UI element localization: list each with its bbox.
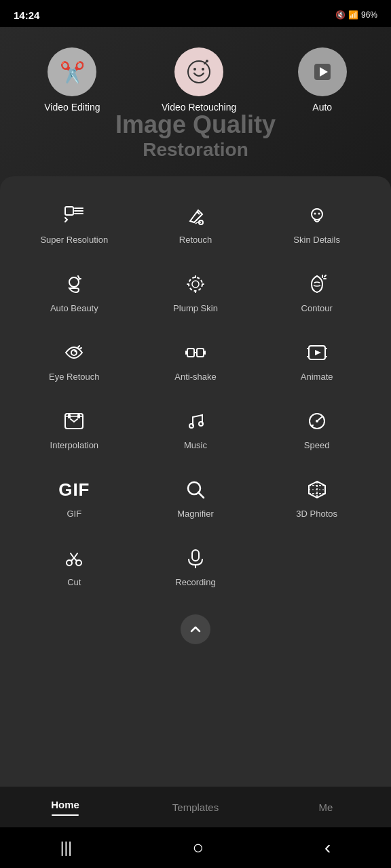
tools-grid: Super Resolution Retouch [0,183,391,608]
plump-skin-icon [185,272,206,296]
tool-speed[interactable]: Speed [256,395,377,464]
auto-play-icon [298,47,347,96]
tab-auto[interactable]: Auto [298,47,347,113]
svg-point-22 [189,424,193,428]
tool-auto-beauty[interactable]: Auto Beauty [14,258,135,327]
face-icon [174,47,223,96]
bottom-nav: Home Templates Me [0,787,391,827]
svg-point-0 [188,61,210,83]
tool-recording-label: Recording [175,577,215,587]
tool-eye-retouch[interactable]: Eye Retouch [14,327,135,395]
svg-point-1 [193,68,196,71]
tab-video-retouching-label: Video Retouching [162,102,236,113]
svg-rect-20 [68,414,71,418]
tool-super-resolution[interactable]: Super Resolution [14,190,135,258]
nav-home[interactable]: Home [0,799,130,816]
tool-cut[interactable]: Cut [14,532,135,601]
sys-home-button[interactable]: ○ [192,837,204,859]
tool-music[interactable]: Music [135,395,257,464]
collapse-button-container [0,608,391,658]
status-bar: 14:24 🔇 📶 96% [0,0,391,27]
svg-point-9 [314,213,316,215]
mute-icon: 🔇 [335,10,346,20]
tool-magnifier[interactable]: Magnifier [135,464,257,532]
recording-icon [185,546,206,570]
tool-recording[interactable]: Recording [135,532,257,601]
music-icon [185,409,206,433]
gif-icon: GIF [58,477,90,502]
anti-shake-icon [185,340,206,365]
tool-animate[interactable]: Animate [256,327,377,395]
tool-auto-beauty-label: Auto Beauty [50,303,98,313]
top-tabs: ✂️ Video Editing Video Retouching Auto [0,41,391,119]
tool-skin-details-label: Skin Details [293,235,340,245]
bg-line2: Restoration [115,139,276,161]
super-resolution-icon [63,203,85,228]
tool-music-label: Music [184,440,207,450]
scissors-icon: ✂️ [48,47,96,96]
tool-skin-details[interactable]: Skin Details [256,190,377,258]
svg-point-10 [318,213,320,215]
tool-interpolation[interactable]: Interpolation [14,395,135,464]
tool-eye-retouch-label: Eye Retouch [49,372,99,382]
tab-video-editing[interactable]: ✂️ Video Editing [44,47,100,113]
animate-icon [306,340,328,365]
svg-point-3 [206,60,208,62]
speed-icon [306,409,328,433]
tool-retouch[interactable]: Retouch [135,190,257,258]
interpolation-icon [63,409,85,433]
svg-point-23 [199,422,203,426]
svg-rect-17 [197,349,204,357]
sys-back-button[interactable]: ‹ [324,837,331,859]
bottom-panel: Super Resolution Retouch [0,176,391,800]
tool-3d-photos-label: 3D Photos [296,509,337,519]
sys-nav: ||| ○ ‹ [0,827,391,868]
tool-cut-label: Cut [67,577,81,587]
tool-plump-skin-label: Plump Skin [173,303,218,313]
tool-speed-label: Speed [304,440,330,450]
tool-animate-label: Animate [301,372,333,382]
tool-gif-label: GIF [67,509,81,519]
tab-auto-label: Auto [312,102,332,113]
tool-contour-label: Contour [301,303,333,313]
nav-me-label: Me [319,802,333,813]
tool-anti-shake[interactable]: Anti-shake [135,327,257,395]
tool-gif[interactable]: GIF GIF [14,464,135,532]
tool-plump-skin[interactable]: Plump Skin [135,258,257,327]
svg-point-15 [75,351,77,353]
svg-point-12 [189,277,202,291]
svg-point-11 [69,277,79,287]
nav-home-label: Home [51,799,79,810]
magnifier-icon [185,477,206,502]
tab-video-editing-label: Video Editing [44,102,100,113]
tool-3d-photos[interactable]: 3D Photos [256,464,377,532]
skin-details-icon [306,203,328,228]
retouch-icon [185,203,206,228]
status-icons: 🔇 📶 96% [335,10,377,20]
tool-interpolation-label: Interpolation [50,440,99,450]
nav-templates[interactable]: Templates [130,802,261,813]
tool-anti-shake-label: Anti-shake [174,372,216,382]
svg-point-2 [202,68,204,71]
nav-me[interactable]: Me [261,802,391,813]
collapse-button[interactable] [181,614,210,644]
tool-retouch-label: Retouch [179,235,212,245]
svg-rect-21 [77,414,80,418]
svg-rect-16 [187,349,194,357]
battery-text: 96% [361,10,377,20]
svg-point-25 [316,420,318,422]
nav-home-underline [52,814,79,816]
3d-photos-icon [306,477,328,502]
tab-video-retouching[interactable]: Video Retouching [162,47,236,113]
svg-rect-6 [65,207,73,215]
sys-menu-button[interactable]: ||| [60,839,72,856]
auto-beauty-icon [63,272,85,296]
status-time: 14:24 [14,9,39,21]
contour-icon [306,272,328,296]
tool-contour[interactable]: Contour [256,258,377,327]
svg-rect-29 [192,550,199,561]
signal-icon: 📶 [348,10,358,20]
nav-templates-label: Templates [172,802,219,813]
eye-retouch-icon [63,340,85,365]
svg-point-13 [192,281,199,288]
